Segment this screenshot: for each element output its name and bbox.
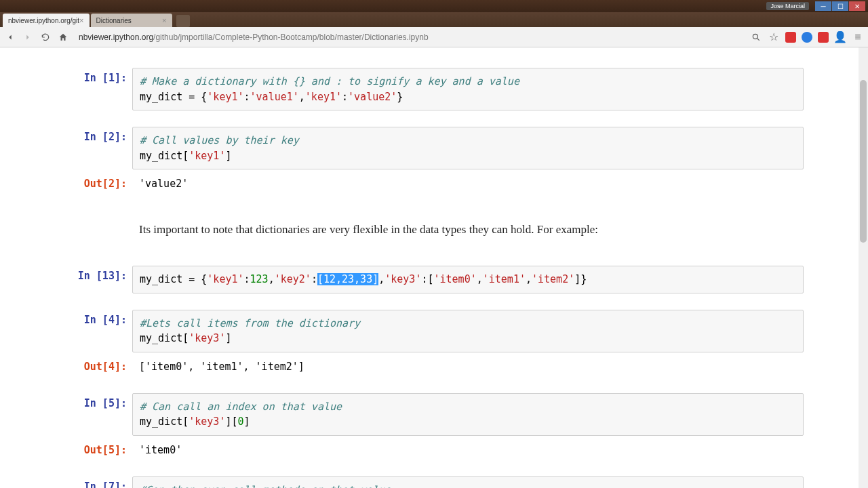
markdown-text: Its important to note that dictionaries … <box>132 218 804 241</box>
scrollbar-thumb[interactable] <box>860 80 867 243</box>
input-prompt: In [7]: <box>64 476 132 488</box>
code-cell: In [4]: #Lets call items from the dictio… <box>64 310 804 352</box>
code-input[interactable]: #Can then even call methods on that valu… <box>132 476 804 488</box>
home-button[interactable] <box>57 31 69 43</box>
browser-tabbar: nbviewer.ipython.org/git × Dictionaries … <box>0 12 868 27</box>
reload-button[interactable] <box>39 31 52 43</box>
output-cell: Out[4]: ['item0', 'item1', 'item2'] <box>64 357 804 377</box>
output-text: ['item0', 'item1', 'item2'] <box>132 357 804 377</box>
url-path: /github/jmportilla/Complete-Python-Bootc… <box>153 33 429 42</box>
code-cell: In [5]: # Can call an index on that valu… <box>64 393 804 436</box>
scrollbar-track[interactable] <box>859 47 868 488</box>
output-prompt: Out[4]: <box>64 357 132 373</box>
tab-title: Dictionaries <box>96 17 132 24</box>
input-prompt: In [13]: <box>64 266 132 282</box>
code-cell: In [7]: #Can then even call methods on t… <box>64 476 804 488</box>
output-prompt: Out[5]: <box>64 440 132 456</box>
forward-button[interactable] <box>22 31 34 43</box>
code-input[interactable]: #Lets call items from the dictionary my_… <box>132 310 804 352</box>
output-prompt: Out[2]: <box>64 174 132 190</box>
bookmark-icon[interactable]: ☆ <box>768 31 780 43</box>
tab-title: nbviewer.ipython.org/git <box>8 17 79 24</box>
back-button[interactable] <box>4 31 16 43</box>
extension-icon[interactable] <box>785 32 796 43</box>
tab-close-icon[interactable]: × <box>162 16 166 24</box>
browser-tab-active[interactable]: nbviewer.ipython.org/git × <box>3 14 90 27</box>
maximize-button[interactable]: ☐ <box>832 1 848 11</box>
output-cell: Out[5]: 'item0' <box>64 440 804 460</box>
url-host: nbviewer.ipython.org <box>79 33 153 42</box>
browser-toolbar: nbviewer.ipython.org/github/jmportilla/C… <box>0 27 868 47</box>
markdown-cell: Its important to note that dictionaries … <box>64 218 804 241</box>
code-cell: In [13]: my_dict = {'key1':123,'key2':[1… <box>64 266 804 293</box>
code-cell: In [1]: # Make a dictionary with {} and … <box>64 68 804 110</box>
code-input[interactable]: # Make a dictionary with {} and : to sig… <box>132 68 804 110</box>
os-titlebar: Jose Marcial ─ ☐ ✕ <box>0 0 868 12</box>
menu-icon[interactable]: ≡ <box>852 31 864 43</box>
input-prompt: In [2]: <box>64 127 132 143</box>
tab-close-icon[interactable]: × <box>79 16 83 24</box>
minimize-button[interactable]: ─ <box>815 1 831 11</box>
input-prompt: In [5]: <box>64 393 132 409</box>
window-close-button[interactable]: ✕ <box>849 1 865 11</box>
code-cell: In [2]: # Call values by their key my_di… <box>64 127 804 169</box>
code-input[interactable]: # Call values by their key my_dict['key1… <box>132 127 804 169</box>
input-prompt: In [1]: <box>64 68 132 84</box>
code-input[interactable]: # Can call an index on that value my_dic… <box>132 393 804 436</box>
zoom-icon[interactable] <box>750 31 762 43</box>
output-text: 'value2' <box>132 174 804 194</box>
output-text: 'item0' <box>132 440 804 460</box>
output-cell: Out[2]: 'value2' <box>64 174 804 194</box>
extension-icon[interactable] <box>818 32 829 43</box>
browser-tab-inactive[interactable]: Dictionaries × <box>91 14 172 27</box>
code-input[interactable]: my_dict = {'key1':123,'key2':[12,23,33],… <box>132 266 804 293</box>
new-tab-button[interactable] <box>176 15 190 27</box>
profile-icon[interactable]: 👤 <box>834 31 846 43</box>
address-bar[interactable]: nbviewer.ipython.org/github/jmportilla/C… <box>75 30 745 44</box>
page-content: In [1]: # Make a dictionary with {} and … <box>0 47 868 488</box>
text-selection: [12,23,33] <box>317 273 378 285</box>
extension-icon[interactable] <box>802 32 812 43</box>
user-badge: Jose Marcial <box>766 2 809 10</box>
input-prompt: In [4]: <box>64 310 132 326</box>
svg-point-0 <box>753 34 757 39</box>
